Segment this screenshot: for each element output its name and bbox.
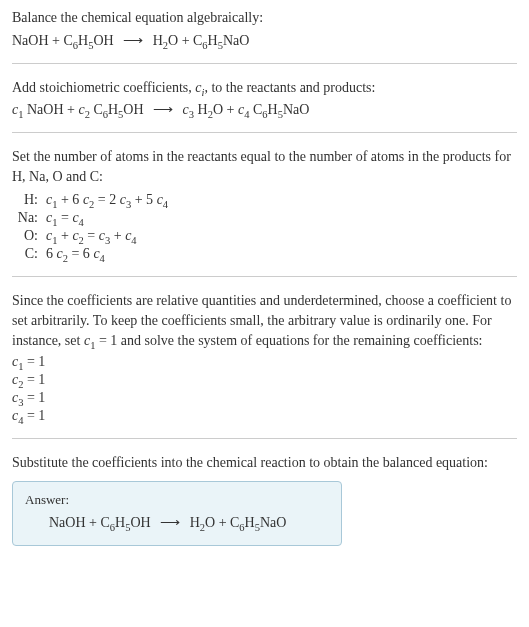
atom-equation: c1 = c4 [46, 210, 517, 226]
atom-label: Na: [16, 210, 46, 226]
reaction-arrow: ⟶ [123, 33, 143, 48]
product-text: H [245, 515, 255, 530]
reaction-arrow: ⟶ [160, 515, 180, 530]
v: = 1 [23, 408, 45, 423]
t: = 2 [94, 192, 119, 207]
atom-row-o: O: c1 + c2 = c3 + c4 [16, 228, 517, 244]
text: = 1 and solve the system of equations fo… [95, 333, 482, 348]
text: NaO [283, 102, 309, 117]
reactant-text: OH [130, 515, 150, 530]
product-text: H [153, 33, 163, 48]
reactant-text: H [115, 515, 125, 530]
section-stoichiometric: Add stoichiometric coefficients, ci, to … [12, 78, 517, 119]
atom-equations-table: H: c1 + 6 c2 = 2 c3 + 5 c4 Na: c1 = c4 O… [16, 192, 517, 262]
section-intro: Balance the chemical equation algebraica… [12, 8, 517, 49]
text: NaOH + [23, 102, 78, 117]
text: Add stoichiometric coefficients, [12, 80, 195, 95]
t: + [110, 228, 125, 243]
reactant-text: NaOH + C [49, 515, 110, 530]
answer-label: Answer: [25, 492, 329, 508]
solve-text: Since the coefficients are relative quan… [12, 291, 517, 350]
reactant-text: OH [93, 33, 113, 48]
answer-box: Answer: NaOH + C6H5OH ⟶ H2O + C6H5NaO [12, 481, 342, 546]
coefficient-solutions: c1 = 1 c2 = 1 c3 = 1 c4 = 1 [12, 354, 517, 424]
reaction-arrow: ⟶ [153, 102, 173, 117]
coeff-c1: c1 = 1 [12, 354, 517, 370]
atom-equation: c1 + 6 c2 = 2 c3 + 5 c4 [46, 192, 517, 208]
reactant-text: H [78, 33, 88, 48]
reactant-text: NaOH + C [12, 33, 73, 48]
section-result: Substitute the coefficients into the che… [12, 453, 517, 546]
coeff-c4: c4 = 1 [12, 408, 517, 424]
t: = [57, 210, 72, 225]
text: H [108, 102, 118, 117]
product-text: H [208, 33, 218, 48]
balanced-equation: NaOH + C6H5OH ⟶ H2O + C6H5NaO [25, 514, 329, 531]
atom-balance-text: Set the number of atoms in the reactants… [12, 147, 517, 186]
s: 4 [100, 253, 105, 264]
s: 4 [163, 199, 168, 210]
v: = 1 [23, 372, 45, 387]
atom-label: O: [16, 228, 46, 244]
divider [12, 438, 517, 439]
atom-equation: 6 c2 = 6 c4 [46, 246, 517, 262]
text: C [90, 102, 103, 117]
t: + 6 [57, 192, 82, 207]
t: = [84, 228, 99, 243]
text: C [249, 102, 262, 117]
product-text: NaO [260, 515, 286, 530]
section-atom-balance: Set the number of atoms in the reactants… [12, 147, 517, 262]
divider [12, 276, 517, 277]
atom-row-c: C: 6 c2 = 6 c4 [16, 246, 517, 262]
equation-unbalanced: NaOH + C6H5OH ⟶ H2O + C6H5NaO [12, 32, 517, 49]
product-text: O + C [205, 515, 239, 530]
text: H [268, 102, 278, 117]
equation-with-coeffs: c1 NaOH + c2 C6H5OH ⟶ c3 H2O + c4 C6H5Na… [12, 101, 517, 118]
v: = 1 [23, 354, 45, 369]
t: + 5 [131, 192, 156, 207]
intro-text: Balance the chemical equation algebraica… [12, 8, 517, 28]
text: , to the reactants and products: [204, 80, 375, 95]
product-text: NaO [223, 33, 249, 48]
coeff-c2: c2 = 1 [12, 372, 517, 388]
result-text: Substitute the coefficients into the che… [12, 453, 517, 473]
product-text: H [190, 515, 200, 530]
text: H [194, 102, 208, 117]
s: 4 [131, 235, 136, 246]
atom-label: H: [16, 192, 46, 208]
t: = 6 [68, 246, 93, 261]
divider [12, 132, 517, 133]
s: 4 [79, 217, 84, 228]
divider [12, 63, 517, 64]
coeff-c3: c3 = 1 [12, 390, 517, 406]
atom-row-h: H: c1 + 6 c2 = 2 c3 + 5 c4 [16, 192, 517, 208]
atom-equation: c1 + c2 = c3 + c4 [46, 228, 517, 244]
t: + [57, 228, 72, 243]
text: OH [123, 102, 143, 117]
text: O + [213, 102, 238, 117]
v: = 1 [23, 390, 45, 405]
section-solve: Since the coefficients are relative quan… [12, 291, 517, 424]
t: 6 [46, 246, 57, 261]
product-text: O + C [168, 33, 202, 48]
stoich-text: Add stoichiometric coefficients, ci, to … [12, 78, 517, 98]
atom-label: C: [16, 246, 46, 262]
atom-row-na: Na: c1 = c4 [16, 210, 517, 226]
